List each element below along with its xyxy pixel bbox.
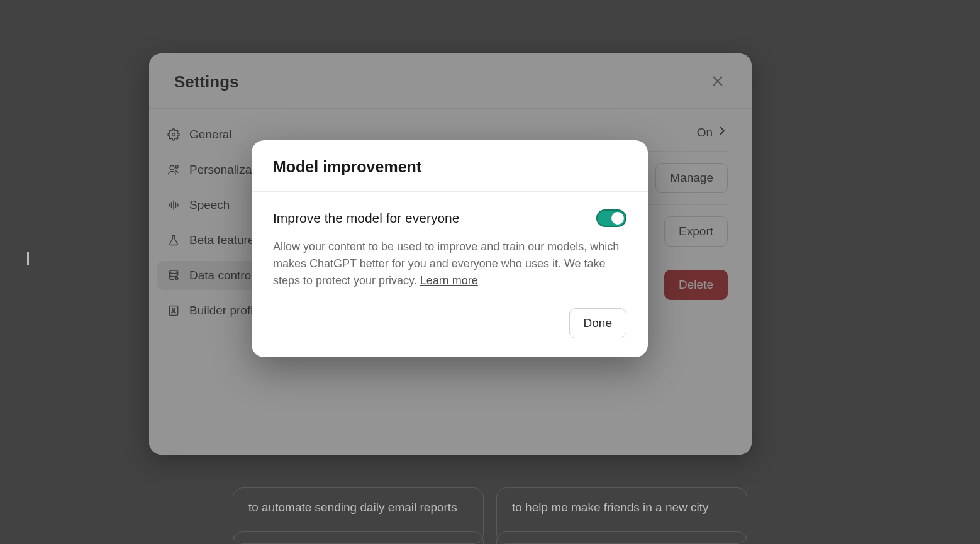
dialog-footer: Done xyxy=(252,296,648,357)
chevron-right-icon xyxy=(716,125,728,140)
svg-point-3 xyxy=(170,165,174,170)
svg-point-2 xyxy=(172,133,175,136)
dialog-body: Improve the model for everyone Allow you… xyxy=(252,192,648,296)
row-value: On xyxy=(697,125,728,140)
dialog-header: Model improvement xyxy=(252,140,648,192)
nav-label: General xyxy=(189,128,232,142)
flask-icon xyxy=(167,233,181,247)
status-text: On xyxy=(697,126,713,140)
person-icon xyxy=(167,163,181,177)
nav-label: Data controls xyxy=(189,269,260,282)
toggle-knob xyxy=(611,212,624,225)
toggle-label: Improve the model for everyone xyxy=(273,211,459,226)
learn-more-link[interactable]: Learn more xyxy=(420,274,478,287)
manage-button[interactable]: Manage xyxy=(655,163,728,193)
export-button[interactable]: Export xyxy=(664,216,728,247)
svg-point-10 xyxy=(169,270,177,274)
model-improvement-dialog: Model improvement Improve the model for … xyxy=(252,140,648,357)
improve-model-toggle[interactable] xyxy=(596,209,626,227)
svg-point-4 xyxy=(175,165,178,168)
close-icon xyxy=(711,74,725,91)
nav-label: Beta features xyxy=(189,233,260,247)
settings-header: Settings xyxy=(149,53,752,109)
toggle-row: Improve the model for everyone xyxy=(273,209,626,227)
database-icon xyxy=(167,269,181,282)
waveform-icon xyxy=(167,198,181,212)
profile-icon xyxy=(167,304,181,318)
done-button[interactable]: Done xyxy=(569,308,626,338)
settings-title: Settings xyxy=(174,72,239,92)
svg-point-11 xyxy=(175,277,177,279)
nav-label: Speech xyxy=(189,198,230,212)
svg-point-13 xyxy=(172,308,175,310)
dialog-description: Allow your content to be used to improve… xyxy=(273,238,626,289)
dialog-title: Model improvement xyxy=(273,158,626,176)
close-button[interactable] xyxy=(709,74,727,91)
gear-icon xyxy=(167,128,181,142)
delete-button[interactable]: Delete xyxy=(664,270,728,300)
